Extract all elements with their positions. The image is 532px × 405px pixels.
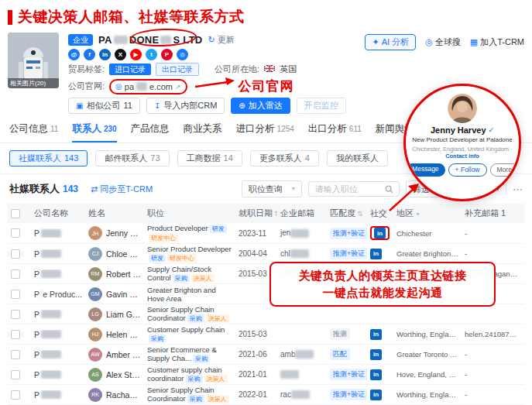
sync-tcrm-button[interactable]: ⇄同步至T-CRM bbox=[91, 184, 153, 195]
row-checkbox[interactable] bbox=[11, 228, 20, 238]
blurred-text bbox=[41, 390, 61, 399]
linkedin-icon[interactable]: in bbox=[370, 349, 382, 360]
start-date-cell bbox=[235, 304, 277, 324]
company-photo[interactable]: 相关图片(20) bbox=[8, 33, 59, 88]
filter-chip-email-contacts[interactable]: 邮件联系人73 bbox=[95, 150, 169, 166]
company-cell: P bbox=[31, 304, 85, 324]
start-date-cell: 2015-03 bbox=[235, 324, 277, 345]
position-cell: Supply Chain/Stock Control采购决策人 bbox=[144, 264, 235, 284]
verified-icon: ✓ bbox=[489, 126, 495, 134]
sort-icon[interactable]: ⇅ bbox=[274, 210, 277, 218]
uk-flag-icon bbox=[264, 64, 275, 74]
company-cell: P bbox=[31, 264, 85, 284]
email-icon[interactable]: @ bbox=[68, 49, 80, 60]
section-count: 143 bbox=[63, 184, 78, 194]
row-checkbox[interactable] bbox=[11, 370, 20, 379]
globe-icon[interactable]: ◎ bbox=[177, 49, 188, 60]
row-checkbox[interactable] bbox=[11, 249, 20, 259]
add-radar-button[interactable]: ⊕加入雷达 bbox=[231, 98, 290, 114]
linkedin-icon[interactable]: in bbox=[370, 369, 382, 380]
social-cell: in bbox=[367, 324, 393, 345]
tab-import-analysis[interactable]: 进口分析1254 bbox=[236, 122, 294, 142]
position-search-input[interactable] bbox=[315, 184, 382, 194]
twitter-icon[interactable]: t bbox=[146, 49, 157, 60]
tab-products[interactable]: 产品信息 bbox=[131, 122, 170, 142]
company-email-cell bbox=[277, 304, 327, 324]
facebook-icon[interactable]: f bbox=[84, 49, 95, 60]
global-search-button[interactable]: ◎全球搜 bbox=[425, 36, 461, 48]
x-icon[interactable]: X bbox=[115, 49, 126, 60]
start-date-cell: 2023-11 bbox=[235, 223, 277, 244]
follow-button[interactable]: + Follow bbox=[448, 163, 487, 177]
callout-line-1: 关键负责人的领英主页直达链接 bbox=[299, 268, 467, 283]
ai-analysis-button[interactable]: ✦AI 分析 bbox=[365, 34, 416, 50]
select-all-checkbox[interactable] bbox=[11, 209, 20, 218]
import-crm-button[interactable]: ↧导入内部CRM bbox=[146, 98, 225, 114]
import-icon: ↧ bbox=[154, 101, 160, 111]
profile-headline: New Product Developer at Paladone bbox=[412, 136, 512, 144]
similar-companies-button[interactable]: ▣相似公司11 bbox=[68, 98, 140, 114]
import-records-chip[interactable]: 进口记录 bbox=[109, 63, 151, 75]
linkedin-icon[interactable]: in bbox=[370, 249, 382, 259]
similar-companies-icon: ▣ bbox=[76, 101, 83, 111]
position-query-dropdown[interactable]: 职位查询▾ bbox=[242, 180, 302, 197]
filter-chip-business-data[interactable]: 工商数据14 bbox=[177, 150, 242, 166]
match-badge: 推测+验证 bbox=[330, 369, 367, 380]
search-icon[interactable] bbox=[385, 185, 393, 194]
contact-row: PCJChloe JonesSenior Product Developer研发… bbox=[8, 244, 524, 264]
youtube-icon[interactable]: ▶ bbox=[130, 49, 142, 60]
filter-icon[interactable]: ▼ bbox=[415, 211, 420, 217]
filter-chip-my-contacts[interactable]: 我的联系人 bbox=[327, 150, 388, 166]
filter-chip-social-contacts[interactable]: 社媒联系人143 bbox=[9, 150, 88, 166]
sort-icon[interactable]: ⇅ bbox=[357, 210, 363, 218]
row-checkbox[interactable] bbox=[11, 330, 20, 339]
row-checkbox[interactable] bbox=[11, 310, 20, 319]
tab-label: 出口分析 bbox=[308, 122, 347, 136]
linkedin-icon[interactable]: in bbox=[370, 329, 382, 340]
page-title: 关键决策人邮箱、社媒等联系方式 bbox=[18, 7, 245, 27]
tab-company-info[interactable]: 公司信息11 bbox=[9, 122, 58, 142]
social-icons-row: @finX▶tP◎ bbox=[68, 49, 524, 60]
tab-export-analysis[interactable]: 出口分析611 bbox=[308, 122, 362, 142]
blurred-text bbox=[41, 269, 61, 278]
row-checkbox[interactable] bbox=[11, 350, 20, 359]
row-checkbox[interactable] bbox=[11, 290, 20, 299]
contact-info-link[interactable]: Contact info bbox=[445, 153, 479, 160]
region-cell: Chichester bbox=[393, 223, 462, 244]
position-cell: Senior Product Developer研发研发中心 bbox=[144, 244, 235, 264]
extra-email-cell bbox=[462, 304, 524, 324]
tab-label: 公司信息 bbox=[9, 122, 48, 136]
filter-chip-more-contacts[interactable]: 更多联系人4 bbox=[250, 150, 319, 166]
company-name-masked: P bbox=[34, 350, 82, 359]
company-website-link[interactable]: ◎ pae.com ↗ bbox=[109, 79, 187, 94]
contact-row: PAWAmber WhittySenior Ecommerce & Supply… bbox=[8, 345, 524, 365]
contact-name: Helen Johnstone bbox=[106, 330, 141, 339]
join-tcrm-button[interactable]: ▦加入T-CRM bbox=[470, 36, 524, 48]
pinterest-icon[interactable]: P bbox=[161, 49, 173, 60]
linkedin-callout-annotation: 关键负责人的领英主页直达链接 一键点击就能发起沟通 bbox=[269, 262, 496, 307]
name-cell: RKRachael Kelly bbox=[85, 385, 144, 405]
linkedin-icon[interactable]: in bbox=[374, 228, 386, 239]
more-options-icon[interactable]: ⋯ bbox=[513, 184, 523, 195]
tab-label: 产品信息 bbox=[131, 122, 170, 136]
company-cell: P bbox=[31, 385, 85, 405]
tab-contacts[interactable]: 联系人230 bbox=[72, 122, 116, 142]
linkedin-link-wrap: in bbox=[370, 249, 382, 259]
region-cell: Hove, England, Un... bbox=[393, 365, 462, 385]
select-all-cell bbox=[8, 204, 31, 223]
linkedin-icon[interactable]: in bbox=[370, 390, 382, 400]
export-records-chip[interactable]: 出口记录 bbox=[156, 63, 199, 76]
match-cell: 推测+验证 bbox=[327, 244, 367, 264]
row-checkbox[interactable] bbox=[11, 269, 20, 279]
linkedin-link-wrap: in bbox=[370, 390, 382, 400]
name-cell: RMRobert Monta... bbox=[85, 264, 144, 284]
linkedin-icon[interactable]: in bbox=[99, 49, 111, 60]
row-checkbox[interactable] bbox=[11, 390, 20, 400]
company-cell: P bbox=[31, 324, 85, 345]
start-monitor-button[interactable]: 开启监控 bbox=[297, 98, 346, 114]
position-tag: 采购 bbox=[187, 395, 204, 403]
refresh-button[interactable]: ↻更新 bbox=[208, 34, 235, 46]
company-name-masked: P bbox=[34, 310, 82, 319]
tab-business-relations[interactable]: 商业关系 bbox=[184, 122, 222, 142]
extra-email-cell: - bbox=[462, 385, 524, 405]
